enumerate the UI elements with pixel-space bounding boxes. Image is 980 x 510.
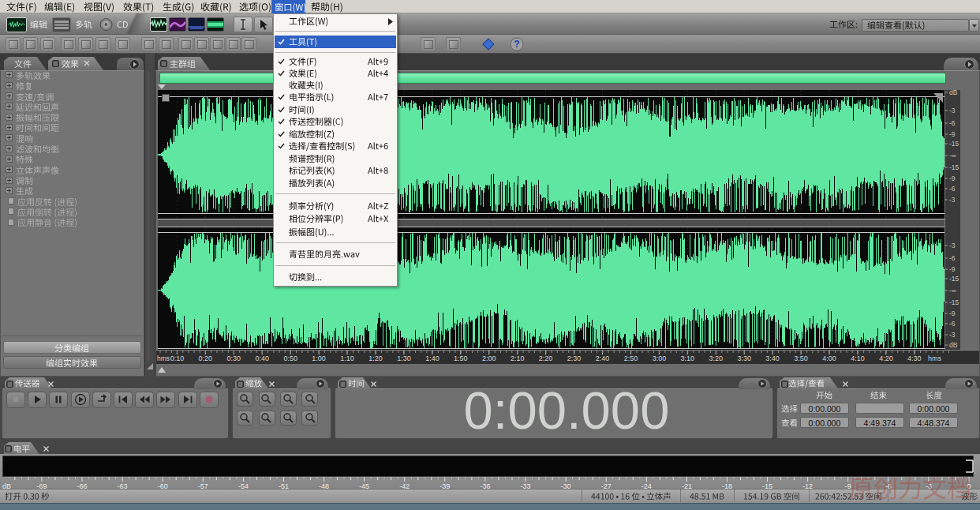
svg-text:4:30: 4:30 bbox=[907, 354, 922, 362]
svg-text:4:10: 4:10 bbox=[851, 354, 865, 362]
svg-text:2:50: 2:50 bbox=[624, 354, 638, 362]
svg-text:1:30: 1:30 bbox=[397, 354, 411, 362]
svg-text:3:00: 3:00 bbox=[653, 354, 667, 362]
svg-text:2:40: 2:40 bbox=[596, 354, 610, 362]
svg-text:1:00: 1:00 bbox=[312, 354, 326, 362]
svg-text:-15: -15 bbox=[949, 163, 959, 171]
svg-text:hms: hms bbox=[928, 354, 942, 362]
svg-text:-9: -9 bbox=[949, 265, 956, 273]
svg-text:-15: -15 bbox=[949, 140, 959, 148]
svg-text:2:20: 2:20 bbox=[539, 354, 553, 362]
svg-text:-6: -6 bbox=[949, 320, 956, 328]
svg-text:-15: -15 bbox=[949, 298, 959, 306]
svg-text:0:10: 0:10 bbox=[170, 354, 185, 362]
svg-text:dB: dB bbox=[949, 341, 958, 349]
svg-text:-∞: -∞ bbox=[949, 287, 956, 294]
svg-text:1:20: 1:20 bbox=[368, 354, 383, 362]
svg-text:-∞: -∞ bbox=[949, 152, 956, 159]
svg-text:-3: -3 bbox=[949, 242, 956, 249]
svg-text:2:00: 2:00 bbox=[482, 354, 496, 362]
svg-text:1:40: 1:40 bbox=[425, 354, 440, 362]
svg-text:-9: -9 bbox=[949, 309, 956, 317]
svg-text:1:50: 1:50 bbox=[454, 354, 468, 362]
svg-text:-9: -9 bbox=[949, 174, 956, 182]
svg-text:3:20: 3:20 bbox=[709, 354, 724, 362]
svg-text:3:50: 3:50 bbox=[794, 354, 808, 362]
svg-text:2:30: 2:30 bbox=[567, 354, 582, 362]
svg-text:3:40: 3:40 bbox=[765, 354, 780, 362]
svg-text:2:10: 2:10 bbox=[511, 354, 525, 362]
svg-text:4:00: 4:00 bbox=[822, 354, 836, 362]
svg-text:0:20: 0:20 bbox=[199, 354, 213, 362]
svg-text:4:20: 4:20 bbox=[879, 354, 893, 362]
svg-text:0:30: 0:30 bbox=[227, 354, 241, 362]
svg-text:0:40: 0:40 bbox=[255, 354, 269, 362]
svg-text:-15: -15 bbox=[949, 275, 959, 283]
svg-text:dB: dB bbox=[949, 90, 958, 96]
svg-text:-9: -9 bbox=[949, 130, 956, 138]
svg-text:-6: -6 bbox=[949, 254, 956, 262]
svg-text:1:10: 1:10 bbox=[340, 354, 354, 362]
svg-text:-6: -6 bbox=[949, 185, 956, 193]
svg-text:0:50: 0:50 bbox=[283, 354, 297, 362]
svg-text:?: ? bbox=[514, 39, 519, 50]
svg-text:-3: -3 bbox=[949, 107, 956, 114]
svg-text:3:10: 3:10 bbox=[681, 354, 695, 362]
svg-text:-3: -3 bbox=[949, 331, 956, 339]
svg-text:3:30: 3:30 bbox=[737, 354, 751, 362]
svg-text:-3: -3 bbox=[949, 196, 956, 204]
svg-text:-6: -6 bbox=[949, 119, 956, 127]
svg-text:hms: hms bbox=[157, 354, 170, 362]
